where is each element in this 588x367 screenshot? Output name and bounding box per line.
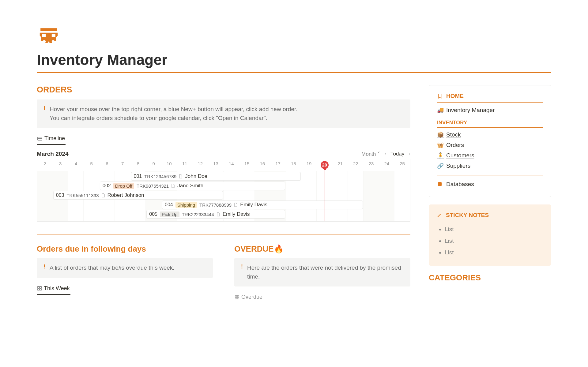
inventory-heading: INVENTORY: [437, 120, 543, 128]
tab-label: Overdue: [241, 294, 262, 300]
day-cell: 14: [224, 161, 239, 169]
pencil-icon: [437, 212, 442, 218]
truck-icon: [37, 24, 61, 48]
orders-heading: ORDERS: [37, 85, 410, 95]
link-icon: 🔗: [437, 163, 443, 169]
day-cell: 23: [364, 161, 379, 169]
nav-card: HOME 🚚 Inventory Manager INVENTORY 📦 Sto…: [429, 85, 551, 197]
page-icon: [179, 174, 183, 178]
day-cell: 4: [68, 161, 84, 169]
sticky-notes-card: STICKY NOTES List List List: [429, 204, 551, 266]
day-cell: 22: [348, 161, 364, 169]
range-selector[interactable]: Month ˅: [361, 151, 380, 157]
truck-icon: 🚚: [437, 107, 443, 114]
exclaim-icon: !: [241, 264, 243, 281]
day-cell: 12: [193, 161, 208, 169]
list-item[interactable]: List: [445, 247, 543, 258]
overdue-callout: ! Here are the orders that were not deli…: [234, 258, 410, 286]
page-icon: [234, 203, 238, 207]
database-icon: [437, 182, 443, 187]
day-cell: 13: [208, 161, 224, 169]
timeline-item[interactable]: 002Drop OffTRK987654321Jane Smith: [100, 182, 285, 190]
callout-line: You can integrate orders schedule to you…: [50, 114, 298, 123]
timeline-item[interactable]: 003TRK555111333Robert Johnson: [53, 191, 223, 200]
day-cell: 18: [286, 161, 301, 169]
svg-point-2: [52, 40, 55, 43]
link-inventory-manager[interactable]: 🚚 Inventory Manager: [437, 105, 543, 115]
link-customers[interactable]: 🧍 Customers: [437, 150, 543, 161]
list-item[interactable]: List: [445, 223, 543, 235]
box-icon: 📦: [437, 131, 443, 138]
weekend-shade: [364, 171, 395, 221]
svg-rect-0: [40, 28, 57, 31]
timeline[interactable]: 2345678910111213141516171819202122232425…: [37, 159, 410, 222]
day-cell: 2: [37, 161, 53, 169]
exclaim-icon: !: [43, 105, 45, 122]
home-heading: HOME: [437, 93, 543, 103]
tab-label: This Week: [44, 285, 70, 292]
day-cell: 3: [53, 161, 68, 169]
timeline-item[interactable]: 001TRK123456789John Doe: [131, 172, 301, 181]
svg-rect-7: [38, 286, 39, 288]
divider: [37, 234, 410, 234]
page-icon: [101, 193, 105, 197]
page-icon: [217, 212, 220, 216]
orders-tabbar: Timeline: [37, 133, 410, 145]
day-cell: 24: [379, 161, 395, 169]
svg-rect-14: [237, 298, 239, 299]
svg-rect-10: [40, 289, 41, 290]
svg-rect-11: [235, 295, 237, 297]
page-title: Inventory Manager: [37, 51, 551, 68]
tab-timeline[interactable]: Timeline: [37, 133, 66, 145]
title-divider: [37, 72, 551, 73]
callout-line: Hover your mouse over the top right corn…: [50, 105, 298, 114]
overdue-heading: OVERDUE🔥: [234, 244, 410, 254]
day-cell: 6: [99, 161, 115, 169]
due-callout: ! A list of orders that may be/is overdu…: [37, 258, 213, 278]
page-icon: [171, 184, 175, 188]
tab-this-week[interactable]: This Week: [37, 283, 70, 295]
tab-label: Timeline: [44, 135, 65, 142]
today-line: [325, 169, 325, 221]
callout-text: A list of orders that may be/is overdue …: [50, 264, 175, 272]
day-cell: 10: [161, 161, 177, 169]
due-heading: Orders due in following days: [37, 244, 213, 254]
day-cell: 16: [255, 161, 270, 169]
timeline-month: March 2024: [37, 151, 69, 157]
person-icon: 🧍: [437, 152, 443, 159]
board-icon: [235, 295, 239, 299]
svg-rect-12: [237, 295, 239, 297]
day-cell: 8: [130, 161, 146, 169]
sticky-list: List List List: [437, 223, 543, 258]
timeline-item[interactable]: 004ShippingTRK777888999Emily Davis: [162, 200, 363, 209]
day-cell: 15: [239, 161, 255, 169]
board-icon: [37, 286, 42, 290]
svg-rect-9: [38, 289, 39, 290]
svg-rect-4: [52, 34, 55, 37]
sticky-heading: STICKY NOTES: [437, 212, 543, 221]
tab-overdue[interactable]: Overdue: [234, 292, 263, 303]
day-cell: 19: [301, 161, 317, 169]
svg-point-1: [43, 40, 46, 43]
day-cell: 21: [332, 161, 348, 169]
link-orders[interactable]: 🧺 Orders: [437, 140, 543, 150]
bookmark-icon: [437, 93, 443, 99]
prev-button[interactable]: ‹: [384, 151, 386, 157]
basket-icon: 🧺: [437, 142, 443, 148]
orders-callout: ! Hover your mouse over the top right co…: [37, 99, 410, 128]
svg-rect-8: [40, 286, 41, 288]
day-cell: 25: [394, 161, 410, 169]
exclaim-icon: !: [43, 264, 45, 272]
list-item[interactable]: List: [445, 235, 543, 247]
divider: [437, 175, 543, 175]
next-button[interactable]: ›: [409, 151, 410, 157]
categories-heading: CATEGORIES: [429, 273, 551, 283]
svg-rect-5: [38, 137, 42, 140]
timeline-item[interactable]: 005Pick UpTRK222333444Emily Davis: [146, 210, 285, 219]
link-databases[interactable]: Databases: [437, 179, 543, 189]
day-cell: 11: [177, 161, 193, 169]
link-suppliers[interactable]: 🔗 Suppliers: [437, 161, 543, 171]
link-stock[interactable]: 📦 Stock: [437, 129, 543, 140]
today-button[interactable]: Today: [390, 151, 404, 157]
day-cell: 17: [270, 161, 286, 169]
